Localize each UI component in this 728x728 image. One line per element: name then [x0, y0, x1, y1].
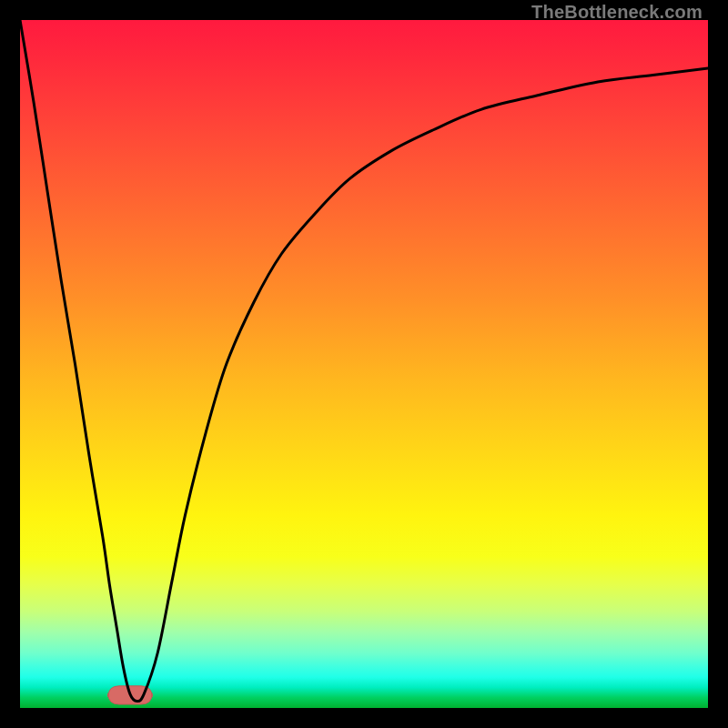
bottleneck-curve-line: [20, 20, 708, 701]
plot-frame: [20, 20, 708, 708]
chart-svg: [20, 20, 708, 708]
